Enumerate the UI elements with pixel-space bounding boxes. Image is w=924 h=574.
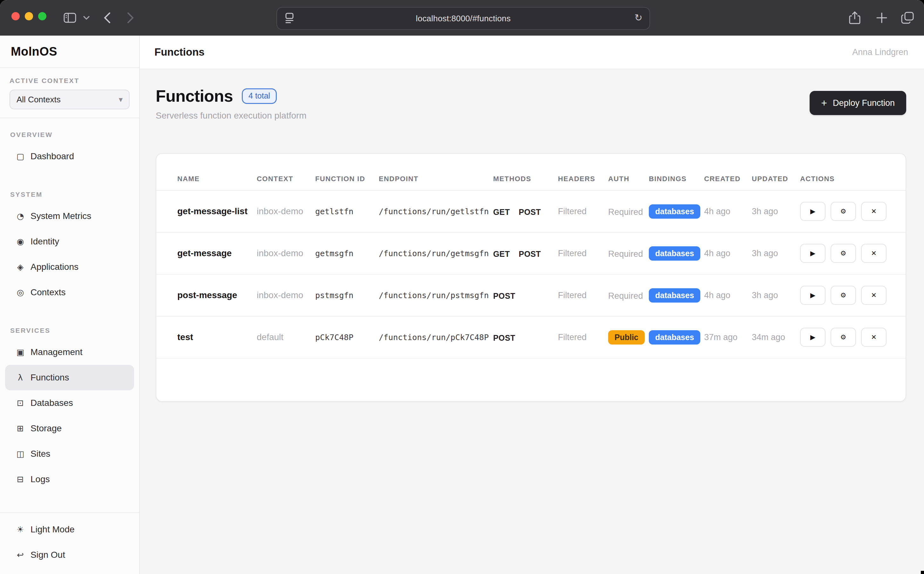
function-methods: POST xyxy=(493,290,558,301)
auth-required-label: Required xyxy=(608,207,643,217)
sidebar-item-storage[interactable]: ⊞Storage xyxy=(5,416,134,441)
run-function-button[interactable]: ▶ xyxy=(800,286,825,305)
column-header-endpoint: ENDPOINT xyxy=(379,175,493,183)
function-actions: ▶⚙✕ xyxy=(800,328,888,347)
delete-function-button[interactable]: ✕ xyxy=(861,202,886,221)
sidebar-item-label: Identity xyxy=(30,237,59,247)
identity-icon: ◉ xyxy=(15,237,25,246)
function-updated: 3h ago xyxy=(752,249,800,259)
screen: localhost:8000/#functions ↻ xyxy=(0,0,924,574)
method-post: POST xyxy=(519,208,541,216)
binding-badge-databases: databases xyxy=(649,330,700,345)
zoom-window-button[interactable] xyxy=(38,12,46,20)
sidebar-item-label: Light Mode xyxy=(30,524,75,535)
sidebar-item-sign-out[interactable]: ↩Sign Out xyxy=(5,542,134,568)
function-methods: POST xyxy=(493,331,558,343)
function-headers: Filtered xyxy=(558,333,608,342)
sidebar-item-label: Sign Out xyxy=(30,550,65,560)
logs-icon: ⊟ xyxy=(15,475,25,484)
delete-function-button[interactable]: ✕ xyxy=(861,286,886,305)
function-context: inbox-demo xyxy=(257,290,315,300)
function-name: get-message xyxy=(177,248,257,259)
method-post: POST xyxy=(519,249,541,259)
function-created: 4h ago xyxy=(704,207,752,216)
page-subtitle: Serverless function execution platform xyxy=(156,110,307,121)
binding-badge-databases: databases xyxy=(649,288,700,303)
share-icon[interactable] xyxy=(849,0,861,36)
active-context-section: ACTIVE CONTEXT All Contexts ▼ xyxy=(0,68,139,118)
corner-artifact xyxy=(921,571,924,574)
function-bindings: databases xyxy=(649,330,704,345)
column-header-name: NAME xyxy=(177,175,257,183)
sidebar-item-identity[interactable]: ◉Identity xyxy=(5,229,134,254)
configure-function-button[interactable]: ⚙ xyxy=(831,328,856,347)
function-context: inbox-demo xyxy=(257,248,315,259)
auth-required-label: Required xyxy=(608,291,643,301)
run-function-button[interactable]: ▶ xyxy=(800,244,825,263)
reload-icon[interactable]: ↻ xyxy=(634,12,642,23)
configure-function-button[interactable]: ⚙ xyxy=(831,202,856,221)
forward-button[interactable] xyxy=(127,0,134,36)
table-card-footer xyxy=(156,358,905,401)
table-row-test: testdefaultpCk7C48P/functions/run/pCk7C4… xyxy=(156,317,905,358)
sidebar-item-functions[interactable]: λFunctions xyxy=(5,365,134,390)
table-row-post-message: post-messageinbox-demopstmsgfn/functions… xyxy=(156,274,905,317)
configure-function-button[interactable]: ⚙ xyxy=(831,244,856,263)
sign-out-icon: ↩ xyxy=(15,550,25,560)
function-bindings: databases xyxy=(649,204,704,219)
sidebar-nav: OVERVIEW▢DashboardSYSTEM◔System Metrics◉… xyxy=(0,118,139,512)
function-auth: Required xyxy=(608,206,649,218)
function-updated: 3h ago xyxy=(752,290,800,300)
delete-function-button[interactable]: ✕ xyxy=(861,328,886,347)
active-context-label: ACTIVE CONTEXT xyxy=(9,77,130,85)
function-headers: Filtered xyxy=(558,207,608,216)
address-bar[interactable]: localhost:8000/#functions ↻ xyxy=(276,7,650,30)
sidebar-item-databases[interactable]: ⊡Databases xyxy=(5,390,134,416)
run-function-button[interactable]: ▶ xyxy=(800,328,825,347)
function-name: post-message xyxy=(177,290,257,300)
function-bindings: databases xyxy=(649,288,704,303)
sidebar-item-applications[interactable]: ◈Applications xyxy=(5,254,134,280)
column-header-headers: HEADERS xyxy=(558,175,608,183)
context-select[interactable]: All Contexts ▼ xyxy=(9,90,130,109)
light-mode-icon: ☀ xyxy=(15,525,25,534)
sidebar: MolnOS ACTIVE CONTEXT All Contexts ▼ OVE… xyxy=(0,36,140,574)
functions-icon: λ xyxy=(15,373,25,382)
sidebar-item-light-mode[interactable]: ☀Light Mode xyxy=(5,517,134,542)
sidebar-item-contexts[interactable]: ◎Contexts xyxy=(5,280,134,305)
sidebar-item-management[interactable]: ▣Management xyxy=(5,339,134,365)
column-header-methods: METHODS xyxy=(493,175,558,183)
sidebar-item-label: Functions xyxy=(30,372,69,383)
sidebar-item-label: Sites xyxy=(30,449,50,459)
function-auth: Required xyxy=(608,290,649,301)
column-header-actions: ACTIONS xyxy=(800,175,888,183)
close-window-button[interactable] xyxy=(11,12,20,20)
sidebar-item-system-metrics[interactable]: ◔System Metrics xyxy=(5,203,134,229)
run-function-button[interactable]: ▶ xyxy=(800,202,825,221)
function-created: 37m ago xyxy=(704,333,752,342)
new-tab-icon[interactable] xyxy=(876,0,887,36)
delete-function-button[interactable]: ✕ xyxy=(861,244,886,263)
function-actions: ▶⚙✕ xyxy=(800,286,888,305)
app-logo: MolnOS xyxy=(0,36,139,68)
sidebar-item-sites[interactable]: ◫Sites xyxy=(5,441,134,467)
context-select-value: All Contexts xyxy=(17,95,61,104)
deploy-function-button[interactable]: + Deploy Function xyxy=(810,91,906,115)
function-id: pstmsgfn xyxy=(315,291,379,300)
tab-overview-icon[interactable] xyxy=(901,0,914,36)
contexts-icon: ◎ xyxy=(15,288,25,297)
sidebar-item-logs[interactable]: ⊟Logs xyxy=(5,467,134,492)
sidebar-item-label: Dashboard xyxy=(30,151,74,161)
function-endpoint: /functions/run/getmsgfn xyxy=(379,249,493,258)
back-button[interactable] xyxy=(104,0,110,36)
page-settings-icon[interactable] xyxy=(285,13,294,26)
sidebar-chevron-down-icon[interactable] xyxy=(83,0,90,36)
column-header-function-id: FUNCTION ID xyxy=(315,175,379,183)
configure-function-button[interactable]: ⚙ xyxy=(831,286,856,305)
sidebar-toggle-icon[interactable] xyxy=(63,0,76,36)
column-header-created: CREATED xyxy=(704,175,752,183)
minimize-window-button[interactable] xyxy=(25,12,33,20)
sidebar-item-dashboard[interactable]: ▢Dashboard xyxy=(5,144,134,169)
method-post: POST xyxy=(493,333,515,342)
function-updated: 3h ago xyxy=(752,207,800,216)
